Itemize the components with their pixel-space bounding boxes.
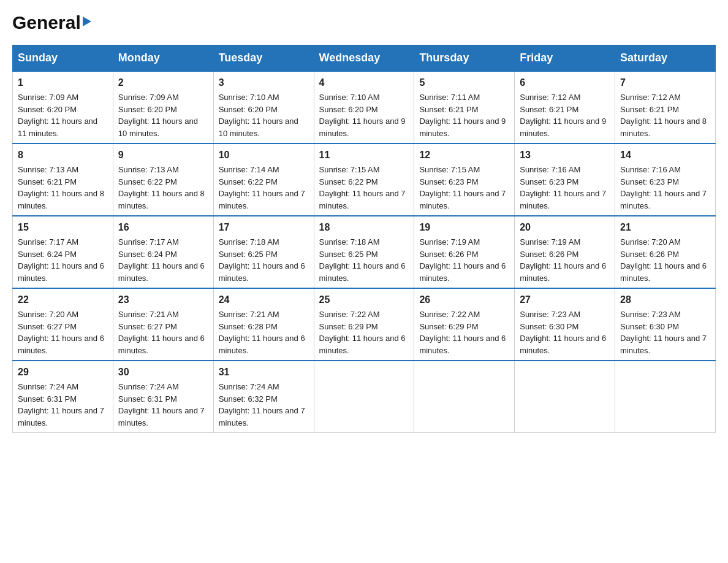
day-sunrise: Sunrise: 7:09 AM — [118, 93, 179, 102]
day-sunrise: Sunrise: 7:22 AM — [419, 310, 480, 319]
day-number: 7 — [620, 75, 710, 90]
calendar-week-row: 15Sunrise: 7:17 AMSunset: 6:24 PMDayligh… — [13, 216, 716, 288]
day-sunrise: Sunrise: 7:09 AM — [18, 93, 78, 102]
day-sunset: Sunset: 6:28 PM — [219, 322, 278, 331]
day-sunset: Sunset: 6:23 PM — [419, 177, 478, 186]
day-daylight: Daylight: 11 hours and 7 minutes. — [620, 189, 707, 210]
calendar-day-cell: 30Sunrise: 7:24 AMSunset: 6:31 PMDayligh… — [113, 361, 213, 433]
day-daylight: Daylight: 11 hours and 7 minutes. — [319, 189, 406, 210]
day-daylight: Daylight: 11 hours and 7 minutes. — [219, 189, 305, 210]
day-sunset: Sunset: 6:25 PM — [319, 250, 378, 259]
day-sunrise: Sunrise: 7:24 AM — [219, 382, 279, 391]
day-daylight: Daylight: 11 hours and 8 minutes. — [118, 189, 205, 210]
day-sunrise: Sunrise: 7:15 AM — [319, 165, 380, 174]
day-sunset: Sunset: 6:21 PM — [520, 105, 578, 114]
day-sunset: Sunset: 6:21 PM — [18, 177, 77, 186]
day-daylight: Daylight: 11 hours and 6 minutes. — [18, 261, 104, 283]
day-header-thursday: Thursday — [414, 45, 515, 72]
calendar-day-cell: 2Sunrise: 7:09 AMSunset: 6:20 PMDaylight… — [113, 71, 213, 144]
calendar-day-cell — [414, 361, 515, 433]
day-sunrise: Sunrise: 7:11 AM — [419, 93, 480, 102]
day-number: 16 — [118, 220, 208, 235]
day-sunset: Sunset: 6:24 PM — [118, 250, 177, 259]
day-number: 26 — [419, 293, 509, 307]
calendar-day-cell: 7Sunrise: 7:12 AMSunset: 6:21 PMDaylight… — [615, 71, 716, 144]
day-number: 3 — [219, 75, 309, 90]
day-number: 27 — [520, 293, 610, 307]
calendar-header-row: SundayMondayTuesdayWednesdayThursdayFrid… — [13, 45, 716, 72]
day-sunset: Sunset: 6:25 PM — [219, 250, 278, 259]
day-sunset: Sunset: 6:20 PM — [118, 105, 177, 114]
calendar-day-cell: 18Sunrise: 7:18 AMSunset: 6:25 PMDayligh… — [314, 216, 414, 288]
day-sunrise: Sunrise: 7:14 AM — [219, 165, 279, 174]
day-daylight: Daylight: 11 hours and 7 minutes. — [219, 406, 305, 427]
day-number: 17 — [219, 220, 309, 235]
day-daylight: Daylight: 11 hours and 10 minutes. — [219, 117, 298, 138]
day-sunrise: Sunrise: 7:15 AM — [419, 165, 480, 174]
day-daylight: Daylight: 11 hours and 6 minutes. — [319, 261, 406, 283]
day-sunset: Sunset: 6:26 PM — [520, 250, 578, 259]
day-header-saturday: Saturday — [615, 45, 716, 72]
day-header-monday: Monday — [113, 45, 213, 72]
day-sunset: Sunset: 6:23 PM — [620, 177, 679, 186]
day-sunrise: Sunrise: 7:23 AM — [520, 310, 580, 319]
day-number: 15 — [18, 220, 108, 235]
calendar-day-cell: 11Sunrise: 7:15 AMSunset: 6:22 PMDayligh… — [314, 144, 414, 216]
day-sunrise: Sunrise: 7:20 AM — [620, 237, 681, 247]
day-sunrise: Sunrise: 7:17 AM — [118, 237, 179, 247]
calendar-day-cell: 24Sunrise: 7:21 AMSunset: 6:28 PMDayligh… — [213, 288, 314, 361]
day-sunset: Sunset: 6:22 PM — [219, 177, 278, 186]
calendar-day-cell: 12Sunrise: 7:15 AMSunset: 6:23 PMDayligh… — [414, 144, 515, 216]
logo-arrow-icon — [83, 17, 91, 26]
day-daylight: Daylight: 11 hours and 9 minutes. — [319, 117, 406, 138]
day-number: 22 — [18, 293, 108, 307]
calendar-week-row: 1Sunrise: 7:09 AMSunset: 6:20 PMDaylight… — [13, 71, 716, 144]
calendar-day-cell: 20Sunrise: 7:19 AMSunset: 6:26 PMDayligh… — [515, 216, 615, 288]
day-sunrise: Sunrise: 7:13 AM — [18, 165, 78, 174]
day-sunset: Sunset: 6:24 PM — [18, 250, 77, 259]
day-sunrise: Sunrise: 7:21 AM — [219, 310, 279, 319]
calendar-day-cell: 6Sunrise: 7:12 AMSunset: 6:21 PMDaylight… — [515, 71, 615, 144]
day-daylight: Daylight: 11 hours and 6 minutes. — [419, 334, 506, 355]
day-daylight: Daylight: 11 hours and 8 minutes. — [18, 189, 104, 210]
calendar-day-cell: 4Sunrise: 7:10 AMSunset: 6:20 PMDaylight… — [314, 71, 414, 144]
page-header: General — [12, 12, 716, 33]
day-sunset: Sunset: 6:26 PM — [620, 250, 679, 259]
day-sunset: Sunset: 6:22 PM — [118, 177, 177, 186]
day-sunrise: Sunrise: 7:13 AM — [118, 165, 179, 174]
day-sunset: Sunset: 6:29 PM — [319, 322, 378, 331]
day-sunset: Sunset: 6:31 PM — [118, 394, 177, 404]
logo: General — [12, 12, 91, 33]
day-header-wednesday: Wednesday — [314, 45, 414, 72]
calendar-day-cell: 14Sunrise: 7:16 AMSunset: 6:23 PMDayligh… — [615, 144, 716, 216]
day-sunset: Sunset: 6:29 PM — [419, 322, 478, 331]
day-sunrise: Sunrise: 7:24 AM — [118, 382, 179, 391]
day-daylight: Daylight: 11 hours and 6 minutes. — [219, 261, 305, 283]
day-daylight: Daylight: 11 hours and 6 minutes. — [520, 334, 606, 355]
day-daylight: Daylight: 11 hours and 8 minutes. — [620, 117, 707, 138]
day-number: 14 — [620, 148, 710, 163]
day-number: 18 — [319, 220, 409, 235]
calendar-day-cell: 16Sunrise: 7:17 AMSunset: 6:24 PMDayligh… — [113, 216, 213, 288]
calendar-day-cell: 31Sunrise: 7:24 AMSunset: 6:32 PMDayligh… — [213, 361, 314, 433]
calendar-day-cell: 9Sunrise: 7:13 AMSunset: 6:22 PMDaylight… — [113, 144, 213, 216]
day-sunrise: Sunrise: 7:18 AM — [219, 237, 279, 247]
calendar-day-cell: 8Sunrise: 7:13 AMSunset: 6:21 PMDaylight… — [13, 144, 113, 216]
day-header-sunday: Sunday — [13, 45, 113, 72]
day-number: 30 — [118, 365, 208, 380]
day-number: 20 — [520, 220, 610, 235]
calendar-week-row: 8Sunrise: 7:13 AMSunset: 6:21 PMDaylight… — [13, 144, 716, 216]
calendar-day-cell: 19Sunrise: 7:19 AMSunset: 6:26 PMDayligh… — [414, 216, 515, 288]
calendar-day-cell — [314, 361, 414, 433]
day-sunrise: Sunrise: 7:17 AM — [18, 237, 78, 247]
day-sunset: Sunset: 6:20 PM — [219, 105, 278, 114]
day-sunset: Sunset: 6:30 PM — [620, 322, 679, 331]
day-number: 10 — [219, 148, 309, 163]
day-daylight: Daylight: 11 hours and 6 minutes. — [118, 261, 205, 283]
day-number: 19 — [419, 220, 509, 235]
day-daylight: Daylight: 11 hours and 9 minutes. — [520, 117, 606, 138]
day-number: 21 — [620, 220, 710, 235]
calendar-day-cell: 1Sunrise: 7:09 AMSunset: 6:20 PMDaylight… — [13, 71, 113, 144]
day-sunrise: Sunrise: 7:23 AM — [620, 310, 681, 319]
calendar-day-cell: 27Sunrise: 7:23 AMSunset: 6:30 PMDayligh… — [515, 288, 615, 361]
